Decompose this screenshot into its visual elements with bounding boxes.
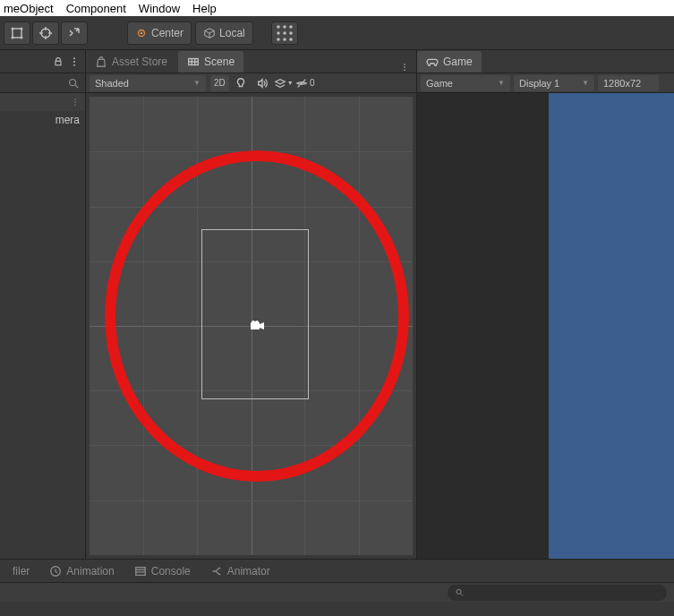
resolution-dropdown[interactable]: 1280x72 [598, 75, 659, 91]
tab-label: Animator [227, 565, 270, 578]
tab-animation[interactable]: Animation [40, 561, 123, 581]
svg-point-28 [74, 101, 76, 103]
kebab-icon [400, 62, 409, 73]
tab-label: Animation [66, 565, 114, 578]
rotation-mode-label: Local [219, 27, 245, 39]
rotation-mode-button[interactable]: Local [195, 21, 253, 45]
chevron-down-icon: ▼ [582, 79, 589, 87]
resolution-label: 1280x72 [603, 78, 641, 89]
lock-icon[interactable] [53, 56, 64, 67]
tab-console[interactable]: Console [125, 561, 200, 581]
hidden-toggle[interactable]: 0 [295, 75, 315, 91]
lightbulb-icon [235, 77, 247, 90]
audio-toggle[interactable] [252, 75, 272, 91]
snap-button[interactable] [271, 21, 298, 45]
svg-rect-41 [135, 567, 145, 575]
svg-point-4 [21, 36, 23, 38]
kebab-icon[interactable] [71, 98, 80, 107]
tool-transform[interactable] [32, 21, 59, 45]
svg-point-17 [289, 31, 293, 35]
menu-bar: meObject Component Window Help [0, 0, 674, 16]
2d-toggle[interactable]: 2D [210, 75, 229, 91]
hierarchy-header [0, 50, 85, 73]
scene-tabs: Asset Store Scene [86, 50, 416, 73]
console-icon [134, 565, 147, 578]
tab-game[interactable]: Game [417, 51, 482, 73]
hidden-count: 0 [310, 78, 315, 88]
chevron-down-icon: ▼ [193, 79, 200, 87]
tab-menu-button[interactable] [393, 62, 416, 73]
scene-toolbar: Shaded ▼ 2D ▼ 0 [86, 73, 416, 93]
svg-point-20 [289, 38, 293, 41]
search-icon[interactable] [67, 77, 80, 90]
tab-label: Scene [204, 56, 235, 68]
tool-custom[interactable] [61, 21, 88, 45]
tab-scene[interactable]: Scene [178, 51, 243, 73]
game-panel: Game Game ▼ Display 1 ▼ 1280x72 [417, 50, 674, 559]
bag-icon [95, 56, 107, 68]
tab-animator[interactable]: Animator [201, 561, 279, 581]
tab-label: Asset Store [112, 56, 167, 68]
svg-point-29 [74, 104, 76, 106]
game-viewport[interactable] [417, 93, 674, 559]
svg-rect-0 [13, 29, 21, 38]
shading-dropdown[interactable]: Shaded ▼ [90, 75, 206, 91]
bottom-tab-bar: filer Animation Console Animator [0, 559, 674, 582]
menu-component[interactable]: Component [66, 2, 126, 15]
scene-viewport[interactable] [90, 97, 413, 555]
annotation-circle [105, 150, 409, 482]
fx-toggle[interactable]: ▼ [274, 75, 294, 91]
svg-point-22 [73, 57, 75, 59]
game-mode-label: Game [426, 78, 453, 89]
tab-profiler[interactable]: filer [4, 561, 38, 581]
lighting-toggle[interactable] [231, 75, 251, 91]
search-field[interactable] [448, 585, 667, 601]
svg-rect-21 [55, 61, 61, 65]
svg-point-36 [404, 69, 405, 71]
svg-point-18 [277, 38, 280, 41]
menu-window[interactable]: Window [139, 2, 180, 15]
hierarchy-panel: mera [0, 50, 86, 559]
tool-rect[interactable] [4, 21, 30, 45]
game-letterbox [417, 93, 549, 559]
scene-icon [187, 56, 200, 68]
game-toolbar: Game ▼ Display 1 ▼ 1280x72 [417, 73, 674, 93]
pivot-mode-button[interactable]: Center [127, 21, 192, 45]
svg-point-11 [141, 31, 143, 34]
2d-label: 2D [214, 78, 226, 88]
chevron-down-icon: ▼ [498, 79, 505, 87]
svg-point-34 [404, 64, 405, 65]
search-input[interactable] [467, 587, 660, 598]
svg-point-35 [404, 66, 405, 68]
layers-icon [274, 77, 286, 90]
pivot-mode-label: Center [151, 27, 183, 39]
menu-help[interactable]: Help [192, 2, 217, 15]
svg-point-1 [12, 27, 14, 30]
menu-gameobject[interactable]: meObject [4, 2, 54, 15]
scene-panel: Asset Store Scene Shaded ▼ 2D ▼ 0 [86, 50, 417, 559]
gamepad-icon [426, 56, 439, 68]
svg-point-27 [74, 98, 76, 100]
svg-point-14 [289, 25, 293, 29]
display-dropdown[interactable]: Display 1 ▼ [514, 75, 594, 91]
search-icon [455, 587, 464, 597]
kebab-icon[interactable] [69, 56, 80, 67]
tab-label: Game [443, 56, 473, 68]
svg-line-45 [460, 594, 463, 596]
svg-point-16 [283, 31, 286, 35]
svg-point-2 [21, 27, 23, 30]
hierarchy-item-camera[interactable]: mera [0, 111, 85, 129]
eye-off-icon [295, 77, 308, 90]
hierarchy-item-label: mera [55, 114, 80, 126]
svg-point-25 [70, 79, 76, 85]
svg-point-23 [73, 61, 75, 63]
tab-label: Console [151, 565, 191, 578]
svg-point-15 [277, 31, 280, 35]
hierarchy-scene-header[interactable] [0, 93, 85, 111]
game-tabs: Game [417, 50, 674, 73]
tab-asset-store[interactable]: Asset Store [86, 51, 176, 73]
clock-icon [49, 565, 62, 578]
animator-icon [210, 565, 223, 578]
display-label: Display 1 [519, 78, 559, 89]
game-mode-dropdown[interactable]: Game ▼ [421, 75, 510, 91]
